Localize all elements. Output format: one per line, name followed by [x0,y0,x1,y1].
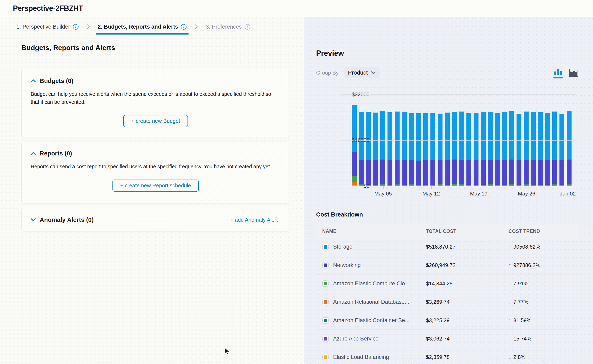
bar-segment [402,160,407,184]
bar-chart-toggle[interactable] [553,68,563,78]
stacked-bar-may-31[interactable] [560,114,564,186]
stacked-bar-may-22[interactable] [495,113,500,186]
bar-segment [387,160,393,184]
chevron-down-icon[interactable] [31,218,36,222]
stacked-bar-may-26[interactable] [524,111,529,186]
stacked-bar-may-09[interactable] [402,112,407,186]
stacked-bar-may-11[interactable] [416,113,421,186]
bar-segment [387,112,393,160]
table-row[interactable]: Amazon Relational Database...$3,269.74↓7… [316,293,579,311]
add-anomaly-alert-link[interactable]: + add Anomaly Alert [230,217,278,223]
bar-segment [395,160,400,185]
stacked-bar-may-25[interactable] [517,114,521,186]
area-chart-toggle[interactable] [568,68,579,77]
stacked-bar-may-24[interactable] [509,111,514,186]
stacked-bar-may-18[interactable] [466,113,471,186]
series-color-swatch[interactable] [322,299,329,305]
anomaly-alerts-title[interactable]: Anomaly Alerts (0) [40,216,94,223]
info-icon[interactable]: i [181,24,187,30]
stacked-bar-may-05[interactable] [373,113,378,186]
bar-segment [517,160,521,185]
stacked-bar-may-15[interactable] [445,113,450,186]
x-axis-label: May 26 [518,191,535,197]
stacked-bar-may-03[interactable] [359,112,364,186]
group-by-dropdown[interactable]: Product [344,67,380,78]
stacked-bar-may-20[interactable] [481,112,486,186]
product-name: Amazon Elastic Container Se... [333,317,410,324]
x-axis-label: May 19 [470,191,487,197]
cost-chart[interactable]: $32000$16000$0May 05May 12May 19May 26Ju… [340,95,576,186]
stacked-bar-may-28[interactable] [538,112,543,186]
bar-segment [416,113,421,161]
bar-segment [445,113,450,160]
trend-up-arrow-icon: ↑ [509,317,511,324]
create-budget-button[interactable]: + create new Budget [123,115,188,127]
stacked-bar-may-10[interactable] [409,113,414,186]
series-color-swatch[interactable] [322,336,329,342]
info-icon[interactable]: i [245,24,250,30]
reports-title[interactable]: Reports (0) [40,150,72,157]
series-color-swatch[interactable] [322,262,329,268]
series-color-swatch[interactable] [322,280,329,287]
bar-segment [524,111,529,160]
wizard-tabs: 1. Perspective Builder i 2. Budgets, Rep… [0,18,304,36]
table-row[interactable]: Networking$260,949.72↑927886.2% [316,256,579,274]
stacked-bar-may-17[interactable] [459,111,464,186]
chevron-up-icon[interactable] [31,152,36,155]
stacked-bar-jun-01[interactable] [567,111,572,186]
series-color-swatch[interactable] [322,317,329,324]
bar-segment [416,161,421,185]
stacked-bar-may-07[interactable] [387,112,393,186]
section-heading: Budgets, Reports and Alerts [21,44,115,52]
bar-chart-icon [553,68,563,76]
bar-segment [560,160,564,185]
stacked-bar-may-12[interactable] [423,113,428,186]
stacked-bar-may-29[interactable] [545,113,550,186]
stacked-bar-may-30[interactable] [552,111,557,186]
row-total-cost: $3,062.74 [426,336,509,342]
table-row[interactable]: Storage$518,870.27↑90508.62% [316,238,579,256]
budgets-title[interactable]: Budgets (0) [40,78,73,84]
active-indicator [553,78,563,78]
bar-segment [423,160,428,185]
stacked-bar-may-23[interactable] [502,112,507,186]
table-row[interactable]: Elastic Load Balancing$2,359.78↓2.8% [316,348,579,364]
stacked-bar-may-14[interactable] [438,114,442,186]
stacked-bar-may-13[interactable] [430,113,435,186]
bar-segment [509,160,514,184]
stacked-bar-may-27[interactable] [531,112,536,186]
trend-value: 90508.62% [513,244,540,250]
table-row[interactable]: Amazon Elastic Container Se...$3,225.29↑… [316,311,579,330]
create-report-schedule-button[interactable]: + create new Report schedule [113,180,199,192]
tab-preferences[interactable]: 3. Preferences i [206,24,250,30]
y-axis-label: $16000 [325,137,369,143]
series-color-swatch[interactable] [322,244,329,250]
stacked-bar-may-21[interactable] [488,112,493,186]
stacked-bar-may-06[interactable] [380,111,385,186]
tab-budgets-reports-alerts[interactable]: 2. Budgets, Reports and Alerts i [98,24,187,30]
chevron-up-icon[interactable] [31,79,36,83]
stacked-bar-may-16[interactable] [452,112,457,186]
cost-breakdown-title: Cost Breakdown [316,211,363,218]
row-name: Azure App Service [322,336,426,342]
product-name: Azure App Service [333,336,379,342]
info-icon[interactable]: i [73,24,79,30]
tab-perspective-builder[interactable]: 1. Perspective Builder i [16,24,79,30]
bar-segment [488,112,493,160]
stacked-bar-may-04[interactable] [366,112,371,186]
row-total-cost: $3,225.29 [426,317,509,324]
series-color-swatch[interactable] [322,354,329,360]
preview-panel: Preview Group By Product $32000$16000$0M… [304,17,593,364]
bar-segment [352,152,357,176]
bar-segment [352,176,357,182]
table-row[interactable]: Amazon Elastic Compute Clo...$14,344.28↓… [316,274,579,293]
stacked-bar-may-08[interactable] [395,111,400,186]
stacked-bar-may-02[interactable] [352,105,357,186]
row-name: Elastic Load Balancing [322,354,426,360]
row-name: Storage [322,244,426,250]
bar-segment [459,111,464,160]
bar-segment [495,113,500,160]
gridline [340,186,576,186]
stacked-bar-may-19[interactable] [473,113,479,186]
table-row[interactable]: Azure App Service$3,062.74↑15.74% [316,330,579,348]
